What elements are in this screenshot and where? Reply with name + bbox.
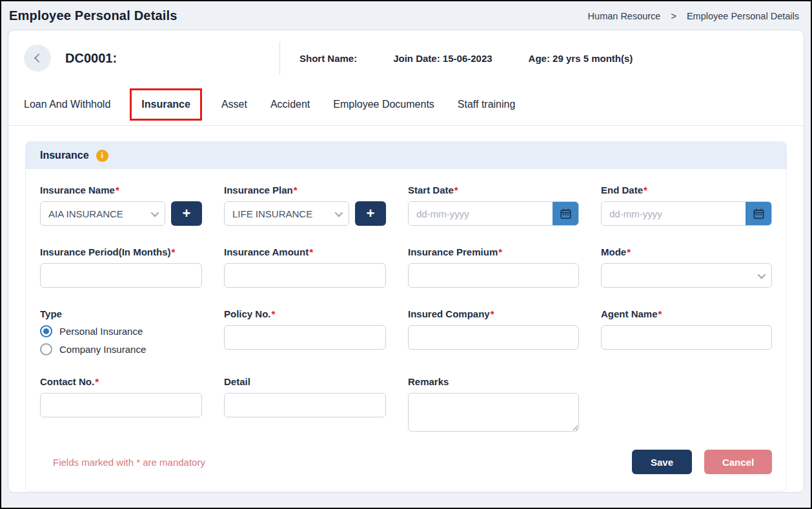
insurance-form: Insurance Name* AIA INSURANCE + Insuranc…: [26, 169, 786, 437]
insurance-period-input[interactable]: [40, 263, 202, 288]
insurance-plan-label: Insurance Plan*: [224, 185, 386, 195]
tab-asset[interactable]: Asset: [221, 99, 247, 110]
insurance-type-radio-group: Personal Insurance Company Insurance: [40, 325, 202, 355]
end-date-input[interactable]: [602, 202, 746, 225]
policy-no-label: Policy No.*: [224, 308, 386, 319]
field-agent-name: Agent Name*: [601, 308, 772, 355]
add-insurance-plan-button[interactable]: +: [355, 201, 386, 226]
field-type: Type Personal Insurance Company Insuranc…: [40, 308, 202, 355]
field-start-date: Start Date*: [408, 185, 579, 226]
chevron-down-icon: [335, 208, 343, 217]
age-text: Age: 29 yrs 5 month(s): [529, 53, 633, 64]
agent-name-label: Agent Name*: [601, 308, 772, 319]
tab-accident[interactable]: Accident: [270, 99, 310, 110]
remarks-textarea[interactable]: [408, 393, 579, 432]
join-date-text: Join Date: 15-06-2023: [393, 53, 492, 64]
field-insurance-plan: Insurance Plan* LIFE INSURANCE +: [224, 185, 386, 226]
empty-grid-cell: [601, 376, 772, 434]
insurance-premium-input[interactable]: [408, 263, 579, 288]
insurance-section-title: Insurance: [40, 150, 89, 161]
contact-no-input[interactable]: [40, 393, 202, 417]
insurance-section-header: Insurance i: [26, 142, 786, 169]
insurance-period-label: Insurance Period(In Months)*: [40, 246, 202, 257]
employee-header-left: DC0001:: [24, 45, 279, 72]
insurance-amount-input[interactable]: [224, 263, 386, 288]
field-end-date: End Date*: [601, 185, 772, 226]
radio-company-insurance[interactable]: Company Insurance: [40, 343, 202, 355]
field-contact-no: Contact No.*: [40, 376, 202, 434]
calendar-icon: [560, 208, 571, 219]
mandatory-note: Fields marked with * are mandatory: [53, 457, 205, 468]
breadcrumb-separator: >: [671, 11, 676, 21]
insured-company-label: Insured Company*: [408, 308, 579, 319]
calendar-icon: [753, 208, 764, 219]
insurance-premium-label: Insurance Premium*: [408, 246, 579, 257]
insurance-name-label: Insurance Name*: [40, 185, 202, 195]
back-chevron-icon: [34, 54, 43, 63]
tab-staff-training[interactable]: Staff training: [458, 99, 516, 110]
mode-label: Mode*: [601, 246, 772, 257]
breadcrumb: Human Resource > Employee Personal Detai…: [588, 11, 799, 21]
field-remarks: Remarks: [408, 376, 579, 434]
tab-insurance[interactable]: Insurance: [141, 99, 190, 110]
form-footer: Fields marked with * are mandatory Save …: [26, 437, 786, 491]
radio-selected-icon: [40, 325, 52, 337]
short-name-label: Short Name:: [299, 53, 357, 64]
field-insurance-name: Insurance Name* AIA INSURANCE +: [40, 185, 202, 226]
end-date-label: End Date*: [601, 185, 772, 195]
employee-details-card: DC0001: Short Name: Join Date: 15-06-202…: [8, 30, 804, 493]
employee-meta: Short Name: Join Date: 15-06-2023 Age: 2…: [299, 53, 633, 64]
field-insurance-premium: Insurance Premium*: [408, 246, 579, 288]
policy-no-input[interactable]: [224, 325, 386, 350]
chevron-down-icon: [151, 208, 159, 217]
breadcrumb-current: Employee Personal Details: [687, 11, 799, 21]
tab-bar: Loan And Withhold Insurance Asset Accide…: [8, 81, 804, 126]
radio-unselected-icon: [40, 343, 52, 355]
insurance-name-select[interactable]: AIA INSURANCE: [40, 201, 165, 226]
field-policy-no: Policy No.*: [224, 308, 386, 355]
field-detail: Detail: [224, 376, 386, 434]
tab-employee-documents[interactable]: Employee Documents: [333, 99, 434, 110]
tab-loan-and-withhold[interactable]: Loan And Withhold: [24, 99, 110, 110]
insurance-plan-select[interactable]: LIFE INSURANCE: [224, 201, 349, 226]
header-divider: [279, 42, 280, 74]
field-mode: Mode*: [601, 246, 772, 288]
cancel-button[interactable]: Cancel: [704, 450, 772, 474]
add-insurance-name-button[interactable]: +: [171, 201, 202, 226]
employee-code: DC0001:: [65, 51, 117, 66]
insured-company-input[interactable]: [408, 325, 579, 350]
employee-header: DC0001: Short Name: Join Date: 15-06-202…: [8, 30, 804, 81]
insurance-amount-label: Insurance Amount*: [224, 246, 386, 257]
insurance-section: Insurance i Insurance Name* AIA INSURANC…: [25, 141, 787, 492]
field-insurance-amount: Insurance Amount*: [224, 246, 386, 288]
mode-select[interactable]: [601, 263, 772, 288]
detail-label: Detail: [224, 376, 386, 387]
field-insured-company: Insured Company*: [408, 308, 579, 355]
page-title: Employee Personal Details: [9, 8, 178, 23]
back-button[interactable]: [24, 45, 51, 72]
contact-no-label: Contact No.*: [40, 376, 202, 387]
radio-personal-insurance[interactable]: Personal Insurance: [40, 325, 202, 337]
remarks-label: Remarks: [408, 376, 579, 387]
plus-icon: +: [183, 205, 191, 222]
end-date-calendar-button[interactable]: [746, 202, 771, 225]
start-date-calendar-button[interactable]: [553, 202, 578, 225]
field-insurance-period: Insurance Period(In Months)*: [40, 246, 202, 288]
annotation-highlight-box: Insurance: [130, 88, 202, 121]
type-label: Type: [40, 308, 202, 319]
start-date-input[interactable]: [409, 202, 553, 225]
info-icon[interactable]: i: [96, 150, 108, 162]
plus-icon: +: [367, 205, 375, 222]
breadcrumb-parent[interactable]: Human Resource: [588, 11, 661, 21]
save-button[interactable]: Save: [632, 450, 692, 474]
detail-input[interactable]: [224, 393, 386, 417]
chevron-down-icon: [758, 270, 766, 279]
start-date-label: Start Date*: [408, 185, 579, 195]
agent-name-input[interactable]: [601, 325, 772, 350]
top-bar: Employee Personal Details Human Resource…: [1, 1, 811, 30]
